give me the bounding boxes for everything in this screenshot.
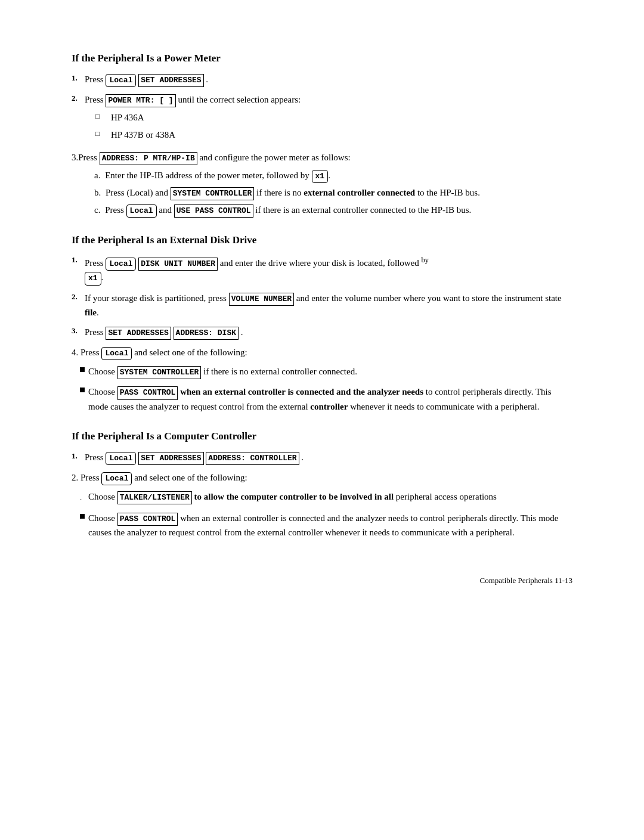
set-addresses-key: SET ADDRESSES	[138, 74, 203, 87]
item-number: 3.	[72, 326, 85, 336]
system-controller-key: SYSTEM CONTROLLER	[117, 366, 202, 379]
local-key: Local	[106, 258, 136, 271]
local-key: Local	[126, 204, 157, 218]
item-body: If your storage disk is partitioned, pre…	[85, 292, 572, 320]
item-body: Press Local DISK UNIT NUMBER and enter t…	[85, 255, 572, 285]
section-power-meter-title: If the Peripheral Is a Power Meter	[72, 52, 572, 64]
talker-listener-key: TALKER/LISTENER	[117, 491, 192, 504]
list-item: 1. Press Local SET ADDRESSES ADDRESS: CO…	[72, 451, 572, 465]
checkbox-icon: □	[95, 111, 106, 122]
pass-control-key: PASS CONTROL	[117, 386, 178, 399]
list-item: · Choose TALKER/LISTENER to allow the co…	[80, 490, 572, 506]
square-bullet-icon	[80, 367, 85, 372]
item-body: Choose PASS CONTROL when an external con…	[88, 385, 572, 413]
section-computer-controller-title: If the Peripheral Is a Computer Controll…	[72, 430, 572, 442]
list-item: a. Enter the HP-IB address of the power …	[94, 169, 572, 183]
item-body: Press SET ADDRESSES ADDRESS: DISK .	[85, 326, 572, 340]
item-body: Choose TALKER/LISTENER to allow the comp…	[88, 490, 572, 504]
sub-list: □ HP 436A □ HP 437B or 438A	[95, 111, 572, 142]
list-item: Choose PASS CONTROL when an external con…	[80, 512, 572, 540]
item-number: 1.	[72, 451, 85, 461]
item-body: Press Local SET ADDRESSES .	[85, 73, 572, 87]
list-item: 3.Press ADDRESS: P MTR/HP-IB and configu…	[72, 151, 572, 218]
item-body: HP 436A	[111, 111, 572, 125]
address-controller-key: ADDRESS: CONTROLLER	[206, 452, 299, 465]
item-number: 1.	[72, 73, 85, 83]
volume-number-key: VOLUME NUMBER	[229, 293, 294, 306]
item-body: Choose PASS CONTROL when an external con…	[88, 512, 572, 540]
list-item: 3. Press SET ADDRESSES ADDRESS: DISK .	[72, 326, 572, 340]
list-item: Choose SYSTEM CONTROLLER if there is no …	[80, 365, 572, 379]
list-item: 2. If your storage disk is partitioned, …	[72, 292, 572, 320]
local-key: Local	[101, 347, 132, 360]
dot-bullet-icon: ·	[80, 494, 85, 506]
use-pass-control-key: USE PASS CONTROL	[174, 204, 253, 218]
system-controller-key: SYSTEM CONTROLLER	[171, 187, 255, 200]
local-key: Local	[101, 472, 132, 485]
section-computer-controller: If the Peripheral Is a Computer Controll…	[72, 430, 572, 540]
section-disk-drive: If the Peripheral Is an External Disk Dr…	[72, 234, 572, 413]
checkbox-icon: □	[95, 128, 106, 140]
item-number: 2.	[72, 292, 85, 302]
list-item: Choose PASS CONTROL when an external con…	[80, 385, 572, 413]
page-footer: Compatible Peripherals 11-13	[72, 576, 572, 585]
list-item: 2. Press POWER MTR: [ ] until the correc…	[72, 93, 572, 145]
address-p-mtr-key: ADDRESS: P MTR/HP-IB	[100, 152, 197, 165]
list-item: c. Press Local and USE PASS CONTROL if t…	[94, 203, 572, 218]
pass-control-key: PASS CONTROL	[117, 513, 178, 526]
alpha-label: c.	[94, 205, 100, 215]
item-body: Press Local SET ADDRESSES ADDRESS: CONTR…	[85, 451, 572, 465]
section-disk-drive-title: If the Peripheral Is an External Disk Dr…	[72, 234, 572, 246]
list-item: 1. Press Local SET ADDRESSES .	[72, 73, 572, 87]
power-mtr-key: POWER MTR: [ ]	[106, 94, 175, 107]
local-key: Local	[106, 452, 136, 465]
list-item: 4. Press Local and select one of the fol…	[72, 346, 572, 414]
item-number: 1.	[72, 255, 85, 265]
item-body: Press POWER MTR: [ ] until the correct s…	[85, 93, 572, 145]
item-body: HP 437B or 438A	[111, 128, 572, 142]
disk-unit-number-key: DISK UNIT NUMBER	[138, 258, 218, 271]
list-item: b. Press (Local) and SYSTEM CONTROLLER i…	[94, 186, 572, 200]
list-item: □ HP 437B or 438A	[95, 128, 572, 142]
square-bullet-icon	[80, 514, 85, 519]
footer-text: Compatible Peripherals 11-13	[480, 576, 573, 585]
x1-key: x1	[85, 272, 101, 285]
list-item: □ HP 436A	[95, 111, 572, 125]
set-addresses-key: SET ADDRESSES	[106, 327, 171, 340]
item-body: Choose SYSTEM CONTROLLER if there is no …	[88, 365, 572, 379]
list-item: 1. Press Local DISK UNIT NUMBER and ente…	[72, 255, 572, 285]
alpha-label: a.	[94, 171, 100, 180]
section-power-meter: If the Peripheral Is a Power Meter 1. Pr…	[72, 52, 572, 218]
local-key: Local	[106, 74, 136, 87]
address-disk-key: ADDRESS: DISK	[174, 327, 239, 340]
x1-key: x1	[312, 170, 329, 183]
set-addresses-key: SET ADDRESSES	[138, 452, 203, 465]
alpha-label: b.	[94, 188, 101, 197]
square-bullet-icon	[80, 388, 85, 392]
item-number: 2.	[72, 94, 85, 103]
page-content: If the Peripheral Is a Power Meter 1. Pr…	[72, 52, 572, 585]
list-item: 2. Press Local and select one of the fol…	[72, 471, 572, 540]
